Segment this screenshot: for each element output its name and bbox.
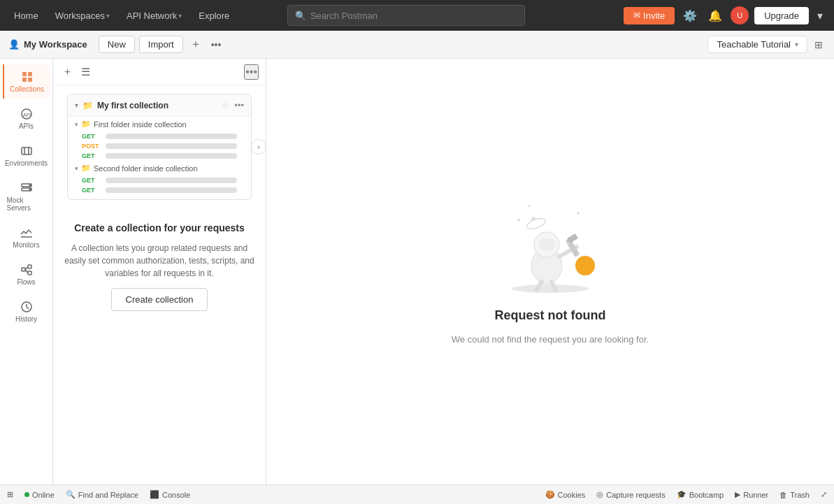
layout-icon[interactable]: ⊞ <box>7 490 13 499</box>
create-section: Create a collection for your requests A … <box>53 208 266 325</box>
runner-button[interactable]: ▶ Runner <box>735 490 768 499</box>
folder-icon: 📁 <box>81 120 91 129</box>
chevron-down-icon: ▾ <box>178 12 182 20</box>
request-line <box>106 143 237 149</box>
method-badge: GET <box>82 152 101 159</box>
apis-icon: API <box>20 107 34 121</box>
workspace-name[interactable]: 👤 My Workspace <box>8 39 87 50</box>
panel-toolbar: ＋ ☰ ••• <box>53 59 266 85</box>
request-row[interactable]: POST <box>68 141 251 151</box>
folder-2-row[interactable]: ▾ 📁 Second folder inside collection <box>68 161 251 175</box>
more-options-icon[interactable]: ▾ <box>814 6 826 25</box>
workspace-bar: 👤 My Workspace New Import ＋ ••• Teachabl… <box>0 31 834 59</box>
find-replace-button[interactable]: 🔍 Find and Replace <box>66 490 138 499</box>
user-icon: 👤 <box>8 39 20 50</box>
resize-icon[interactable]: ⤢ <box>821 490 827 499</box>
environments-icon <box>20 144 34 158</box>
history-icon <box>20 300 34 314</box>
request-row[interactable]: GET <box>68 185 251 199</box>
settings-icon-button[interactable]: ⚙️ <box>680 6 700 25</box>
runner-icon: ▶ <box>735 490 740 499</box>
chevron-down-icon: ▾ <box>75 165 78 172</box>
capture-icon: ◎ <box>596 490 603 499</box>
svg-point-29 <box>517 219 520 222</box>
search-input[interactable] <box>310 10 517 21</box>
nav-api-network[interactable]: API Network ▾ <box>121 8 187 24</box>
method-badge: POST <box>82 143 101 150</box>
request-row[interactable]: GET <box>68 131 251 141</box>
collection-more-icon[interactable]: ••• <box>234 100 244 110</box>
method-badge: GET <box>82 187 101 194</box>
svg-point-23 <box>538 238 555 252</box>
request-row[interactable]: GET <box>68 175 251 185</box>
add-collection-icon[interactable]: ＋ <box>60 63 75 80</box>
notifications-icon-button[interactable]: 🔔 <box>705 6 725 25</box>
svg-point-33 <box>526 216 547 231</box>
nav-workspaces[interactable]: Workspaces ▾ <box>50 8 115 24</box>
sidebar-item-collections[interactable]: Collections <box>3 64 50 99</box>
trash-button[interactable]: 🗑 Trash <box>779 490 810 499</box>
teachable-tab[interactable]: Teachable Tutorial ▾ <box>707 36 807 53</box>
svg-point-30 <box>577 212 580 215</box>
cookie-icon: 🍪 <box>545 490 555 499</box>
request-row[interactable]: GET <box>68 151 251 161</box>
svg-point-11 <box>29 185 31 186</box>
expand-arrow[interactable]: › <box>251 139 266 154</box>
nav-home[interactable]: Home <box>8 8 44 24</box>
folder-1-row[interactable]: ▾ 📁 First folder inside collection <box>68 117 251 131</box>
sidebar-item-monitors[interactable]: Monitors <box>3 220 50 254</box>
sidebar: Collections API APIs Environments <box>0 59 53 484</box>
folder-1-name: First folder inside collection <box>94 120 187 129</box>
invite-button[interactable]: ✉ Invite <box>624 7 675 24</box>
more-tabs-icon[interactable]: ••• <box>208 36 224 53</box>
folder-2-name: Second folder inside collection <box>94 164 198 173</box>
chevron-down-icon: ▾ <box>795 41 798 48</box>
astronaut-illustration <box>494 199 606 297</box>
collection-header[interactable]: ▾ 📁 My first collection ☆ ••• <box>68 94 251 117</box>
folder-icon: 📁 <box>82 101 93 110</box>
sidebar-item-apis[interactable]: API APIs <box>3 101 50 136</box>
svg-point-31 <box>529 205 531 207</box>
add-tab-icon[interactable]: ＋ <box>187 34 204 55</box>
capture-requests-button[interactable]: ◎ Capture requests <box>596 490 665 499</box>
search-bar: 🔍 <box>287 5 525 26</box>
console-button[interactable]: ⬛ Console <box>150 490 190 499</box>
sidebar-item-flows[interactable]: Flows <box>3 257 50 291</box>
filter-icon[interactable]: ☰ <box>79 64 92 80</box>
search-icon: 🔍 <box>66 490 76 499</box>
create-collection-button[interactable]: Create collection <box>111 288 208 311</box>
star-icon[interactable]: ☆ <box>222 100 230 110</box>
svg-point-12 <box>29 189 31 190</box>
chevron-down-icon: ▾ <box>106 12 110 20</box>
bootcamp-button[interactable]: 🎓 Bootcamp <box>677 490 724 499</box>
sidebar-item-mock-servers[interactable]: Mock Servers <box>3 175 50 217</box>
sidebar-item-history[interactable]: History <box>3 294 50 329</box>
sidebar-toggle-icon[interactable]: ⊞ <box>812 36 826 53</box>
bottom-right-actions: 🍪 Cookies ◎ Capture requests 🎓 Bootcamp … <box>545 490 827 499</box>
import-button[interactable]: Import <box>139 36 183 53</box>
method-badge: GET <box>82 177 101 184</box>
upgrade-button[interactable]: Upgrade <box>754 7 809 24</box>
create-collection-title: Create a collection for your requests <box>74 222 245 233</box>
svg-rect-0 <box>22 72 27 76</box>
panel-more-icon[interactable]: ••• <box>244 64 259 80</box>
panel-body: ▾ 📁 My first collection ☆ ••• ▾ 📁 First … <box>53 85 266 484</box>
request-line <box>106 178 237 183</box>
main-layout: Collections API APIs Environments <box>0 59 834 484</box>
avatar[interactable]: U <box>731 6 749 24</box>
new-button[interactable]: New <box>99 36 135 53</box>
console-icon: ⬛ <box>150 490 159 499</box>
not-found-title: Request not found <box>495 308 606 323</box>
bottom-bar: ⊞ Online 🔍 Find and Replace ⬛ Console 🍪 … <box>0 484 834 504</box>
request-line <box>106 153 237 159</box>
svg-rect-6 <box>22 147 31 154</box>
not-found-subtitle: We could not find the request you are lo… <box>452 334 649 345</box>
sidebar-item-environments[interactable]: Environments <box>3 138 50 173</box>
nav-explore[interactable]: Explore <box>193 8 235 24</box>
collection-preview-wrap: ▾ 📁 My first collection ☆ ••• ▾ 📁 First … <box>60 94 259 200</box>
search-icon: 🔍 <box>295 10 306 21</box>
svg-rect-14 <box>22 268 25 271</box>
chevron-down-icon: ▾ <box>75 101 78 109</box>
collections-icon <box>20 70 34 84</box>
cookies-button[interactable]: 🍪 Cookies <box>545 490 586 499</box>
